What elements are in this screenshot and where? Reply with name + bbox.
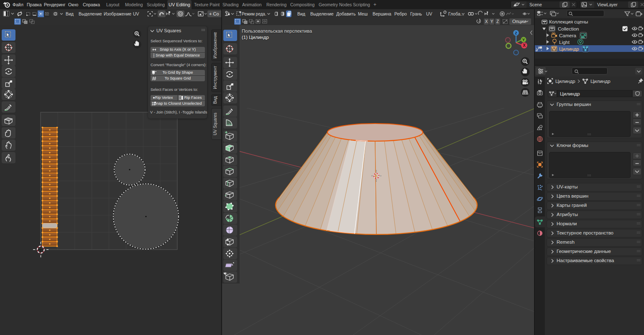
svg-text:Y: Y <box>522 37 525 42</box>
svg-text:Z: Z <box>515 31 517 35</box>
svg-text:X: X <box>523 43 526 48</box>
